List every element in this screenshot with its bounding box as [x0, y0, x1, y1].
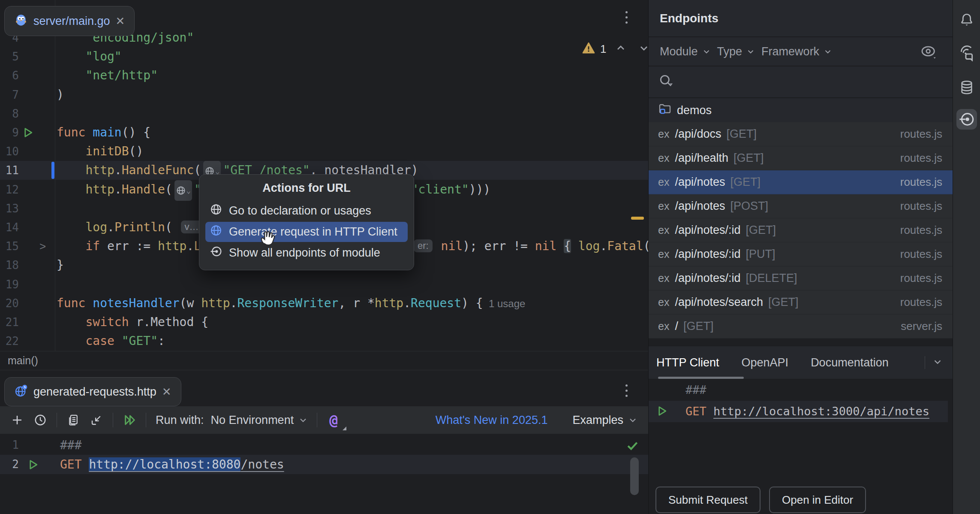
line-number: 1	[0, 435, 19, 455]
notifications-bell-icon[interactable]	[956, 9, 977, 30]
code-line[interactable]: 19	[0, 275, 648, 294]
preview-line[interactable]: GET http://localhost:3000/api/notes	[649, 401, 948, 422]
ide-window: 4 "encoding/json"5 "log"6 "net/http"7)89…	[0, 0, 980, 514]
filter-module[interactable]: Module	[660, 45, 711, 58]
editor-tab-label: server/main.go	[33, 15, 110, 28]
code-token: .	[114, 163, 122, 177]
endpoints-tool-icon[interactable]	[956, 109, 977, 130]
database-icon[interactable]	[956, 77, 977, 98]
url-globe-chip-icon[interactable]: ⌄	[174, 180, 192, 201]
run-request-icon[interactable]	[27, 458, 39, 473]
code-line[interactable]: 10 initDB()	[0, 142, 648, 161]
http-request-line[interactable]: 2GET http://localhost:8080/notes	[0, 455, 648, 474]
code-token: "GET"	[122, 334, 158, 348]
go-gopher-icon	[14, 13, 28, 29]
code-token	[57, 334, 85, 348]
http-request-line[interactable]: 1###	[0, 435, 648, 455]
environment-variables-icon[interactable]: @	[324, 411, 343, 429]
hand-cursor	[257, 227, 277, 248]
endpoint-row[interactable]: ex/api/notes[GET]routes.js	[649, 170, 953, 194]
module-row-demos[interactable]: demos	[649, 98, 953, 122]
preview-text: GET http://localhost:3000/api/notes	[685, 401, 929, 422]
endpoint-path: /api/notes	[675, 175, 725, 189]
tab-openapi[interactable]: OpenAPI	[742, 346, 789, 379]
endpoint-row[interactable]: ex/api/health[GET]routes.js	[649, 146, 953, 170]
code-line[interactable]: 8	[0, 104, 648, 123]
add-request-plus-icon[interactable]	[8, 411, 27, 429]
code-line[interactable]: 6 "net/http"	[0, 66, 648, 85]
code-line[interactable]: 5 "log"	[0, 47, 648, 66]
inspection-widget[interactable]: 1	[582, 42, 650, 56]
endpoint-row[interactable]: ex/api/notes/:id[DELETE]routes.js	[649, 266, 953, 290]
code-line[interactable]: 21 switch r.Method {	[0, 313, 648, 332]
popup-item-generate-request-in-http-client[interactable]: Generate request in HTTP Client	[205, 222, 408, 242]
close-icon[interactable]: ✕	[116, 15, 125, 27]
code-token: ) {	[461, 296, 483, 310]
run-request-icon[interactable]	[655, 405, 668, 419]
bottom-more-menu-icon[interactable]	[620, 384, 633, 397]
code-token: HandleFunc	[122, 163, 194, 177]
code-token: if	[85, 239, 107, 253]
popup-item-go-to-declaration-or-usages[interactable]: Go to declaration or usages	[205, 201, 408, 221]
close-icon[interactable]: ✕	[162, 386, 171, 397]
import-requests-icon[interactable]	[87, 411, 106, 429]
examples-document-icon[interactable]	[64, 411, 83, 429]
endpoint-row[interactable]: ex/[GET]server.js	[649, 314, 953, 339]
editor-tab-server-main-go[interactable]: server/main.go ✕	[4, 6, 135, 36]
code-line[interactable]: 7)	[0, 85, 648, 104]
tab-documentation[interactable]: Documentation	[811, 346, 889, 379]
tabs-chevron-down-icon[interactable]	[932, 356, 943, 369]
tab-label: OpenAPI	[742, 356, 789, 369]
environment-select[interactable]: No Environment	[211, 414, 309, 427]
endpoint-row[interactable]: ex/api/notes/:id[PUT]routes.js	[649, 242, 953, 266]
fold-arrow-icon[interactable]: >	[39, 237, 46, 256]
popup-item-label: Show all endpoints of module	[229, 246, 380, 260]
tool-window-strip	[953, 0, 980, 514]
open-in-editor-button[interactable]: Open in Editor	[769, 487, 866, 513]
tab-http-client[interactable]: HTTP Client	[656, 346, 719, 379]
module-label: demos	[677, 104, 712, 117]
tab-label: Documentation	[811, 356, 889, 369]
preview-line[interactable]: ###	[649, 379, 948, 401]
view-options-eye-icon[interactable]	[920, 43, 937, 62]
active-tab-underline	[658, 377, 744, 379]
endpoint-row[interactable]: ex/api/docs[GET]routes.js	[649, 122, 953, 146]
filter-type[interactable]: Type	[717, 45, 756, 58]
request-text: ###	[60, 435, 82, 455]
scrollbar-thumb[interactable]	[630, 457, 639, 495]
express-framework-icon: ex	[658, 320, 669, 333]
code-line[interactable]: 20func notesHandler(w http.ResponseWrite…	[0, 294, 648, 313]
run-main-icon[interactable]	[21, 126, 34, 139]
breadcrumb-main[interactable]: main()	[8, 354, 38, 367]
whats-new-link[interactable]: What's New in 2025.1	[436, 414, 548, 427]
tab-generated-requests-http[interactable]: generated-requests.http ✕	[4, 377, 181, 406]
code-token: (	[194, 163, 201, 177]
run-all-requests-icon[interactable]	[120, 411, 139, 429]
line-number: 6	[0, 66, 19, 85]
preview-text: ###	[685, 379, 706, 401]
code-line[interactable]: 9func main() {	[0, 123, 648, 142]
submit-request-button[interactable]: Submit Request	[655, 487, 761, 513]
code-token: http	[375, 296, 403, 310]
code-token: case	[85, 334, 121, 348]
filter-framework[interactable]: Framework	[761, 45, 833, 58]
endpoint-row[interactable]: ex/api/notes/search[GET]routes.js	[649, 290, 953, 314]
prev-warning-chevron-up-icon[interactable]	[615, 42, 627, 56]
code-line[interactable]: 22 case "GET":	[0, 332, 648, 351]
code-token: err :=	[107, 239, 158, 253]
popup-item-show-all-endpoints-of-module[interactable]: Show all endpoints of module	[205, 243, 408, 263]
endpoints-search-field[interactable]	[649, 67, 953, 98]
code-text: )	[57, 85, 64, 104]
express-framework-icon: ex	[658, 272, 669, 284]
endpoints-header: Endpoints	[649, 0, 953, 37]
history-clock-icon[interactable]	[31, 411, 50, 429]
code-token: .	[114, 182, 122, 197]
tab-label: HTTP Client	[656, 356, 719, 369]
breadcrumb[interactable]: main()	[0, 351, 648, 370]
editor-more-menu-icon[interactable]	[620, 11, 633, 24]
endpoint-row[interactable]: ex/api/notes[POST]routes.js	[649, 194, 953, 218]
endpoint-row[interactable]: ex/api/notes/:id[GET]routes.js	[649, 218, 953, 242]
tabs-overflow	[925, 356, 953, 369]
ai-assistant-icon[interactable]	[956, 43, 977, 63]
examples-dropdown[interactable]: Examples	[572, 414, 638, 427]
